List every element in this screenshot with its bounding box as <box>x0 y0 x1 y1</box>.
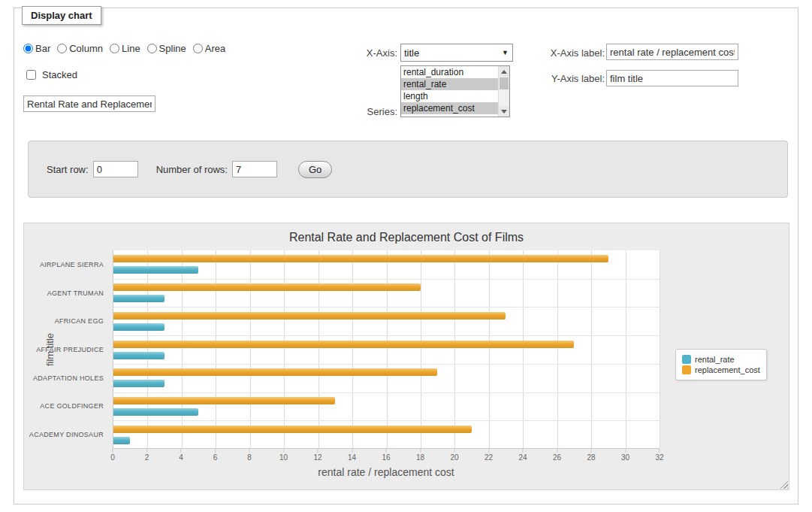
band-separator <box>113 392 660 393</box>
chart-title-input[interactable] <box>23 95 155 112</box>
tick-label: 30 <box>621 453 629 462</box>
grid-line <box>182 250 183 448</box>
tick-mark <box>557 449 557 453</box>
column-radio[interactable] <box>57 44 67 53</box>
bar-radio[interactable] <box>23 44 33 53</box>
tick-mark <box>113 449 113 453</box>
grid-line <box>216 250 216 448</box>
tick-label: 8 <box>247 453 252 462</box>
band-separator <box>113 279 660 280</box>
band-separator <box>113 420 660 421</box>
chart-legend: rental_ratereplacement_cost <box>675 349 767 380</box>
series-listbox-items: rental_duration rental_rate length repla… <box>401 66 498 117</box>
radio-option-spline[interactable]: Spline <box>147 43 186 54</box>
go-button[interactable]: Go <box>298 161 332 178</box>
start-row-label: Start row: <box>47 164 89 175</box>
axis-tick: 24 <box>518 449 527 462</box>
bar-rental_rate[interactable] <box>113 323 165 331</box>
legend-label: rental_rate <box>695 355 735 364</box>
axis-tick: 6 <box>213 449 218 462</box>
tick-label: 12 <box>313 453 321 462</box>
axis-tick: 2 <box>145 449 149 462</box>
axis-tick: 20 <box>450 449 458 462</box>
tick-mark <box>523 449 524 453</box>
radio-option-line[interactable]: Line <box>110 43 140 54</box>
bar-replacement_cost[interactable] <box>113 397 335 404</box>
tick-label: 20 <box>450 453 458 462</box>
tick-mark <box>625 449 626 453</box>
tick-label: 18 <box>416 453 424 462</box>
grid-line <box>352 250 353 448</box>
bar-rental_rate[interactable] <box>113 437 130 444</box>
bar-replacement_cost[interactable] <box>113 426 472 433</box>
legend-item-rental_rate[interactable]: rental_rate <box>682 355 760 364</box>
x-axis-select-label: X-Axis: <box>330 47 397 59</box>
tick-label: 26 <box>553 453 561 462</box>
tick-mark <box>386 449 387 453</box>
stacked-checkbox-row[interactable]: Stacked <box>23 68 77 82</box>
row-controls-panel: Start row: Number of rows: Go <box>28 141 788 198</box>
tick-label: 10 <box>279 453 288 462</box>
bar-replacement_cost[interactable] <box>113 255 608 262</box>
chart-container: Rental Rate and Replacement Cost of Film… <box>23 223 789 490</box>
legend-item-replacement_cost[interactable]: replacement_cost <box>682 365 760 374</box>
bar-rental_rate[interactable] <box>113 266 198 274</box>
radio-option-bar[interactable]: Bar <box>23 43 50 54</box>
resize-handle[interactable] <box>778 479 788 489</box>
number-of-rows-input[interactable] <box>232 161 277 177</box>
series-option-length[interactable]: length <box>401 90 498 102</box>
band-separator <box>113 364 660 365</box>
radio-label-spline: Spline <box>159 43 186 54</box>
category-label: AFRICAN EGG <box>55 317 104 325</box>
chart-type-radio-group: Bar Column Line Spline Area <box>23 43 225 54</box>
axis-tick: 16 <box>382 449 390 462</box>
grid-line <box>591 250 592 448</box>
line-radio[interactable] <box>110 44 119 53</box>
grid-line <box>387 250 388 448</box>
series-listbox[interactable]: rental_duration rental_rate length repla… <box>400 65 510 117</box>
grid-line <box>250 250 251 448</box>
series-option-rental-rate[interactable]: rental_rate <box>401 78 498 90</box>
spline-radio[interactable] <box>147 44 157 53</box>
radio-option-area[interactable]: Area <box>193 43 225 54</box>
scroll-down-button[interactable] <box>499 106 509 117</box>
bar-rental_rate[interactable] <box>113 352 165 359</box>
bar-rental_rate[interactable] <box>113 295 165 302</box>
tick-mark <box>420 449 421 453</box>
tick-mark <box>181 449 182 453</box>
stacked-checkbox[interactable] <box>26 70 36 80</box>
legend-swatch <box>682 365 691 374</box>
y-axis-label-input[interactable] <box>606 70 738 86</box>
series-option-rental-duration[interactable]: rental_duration <box>401 66 498 78</box>
y-axis-label-caption: Y-Axis label: <box>495 73 605 84</box>
bar-replacement_cost[interactable] <box>113 312 506 320</box>
tick-label: 32 <box>655 453 663 462</box>
page: Display chart Bar Column Line Spline Are… <box>0 0 812 512</box>
chart-title: Rental Rate and Replacement Cost of Film… <box>24 231 789 244</box>
series-option-replacement-cost[interactable]: replacement_cost <box>401 102 498 114</box>
radio-option-column[interactable]: Column <box>57 43 103 54</box>
tick-mark <box>488 449 489 453</box>
tick-mark <box>591 449 592 453</box>
axis-tick: 30 <box>621 449 629 462</box>
tick-label: 0 <box>110 453 115 462</box>
grid-line <box>626 250 626 448</box>
area-radio[interactable] <box>193 44 203 53</box>
x-axis-label-input[interactable] <box>606 44 738 60</box>
grid-line <box>454 250 455 448</box>
bar-replacement_cost[interactable] <box>113 283 421 291</box>
grid-line <box>421 250 421 448</box>
start-row-input[interactable] <box>93 161 138 177</box>
radio-label-area: Area <box>205 43 225 54</box>
bar-rental_rate[interactable] <box>113 380 165 387</box>
x-axis-select-value: title <box>404 47 502 59</box>
bar-rental_rate[interactable] <box>113 408 198 416</box>
bar-replacement_cost[interactable] <box>113 341 574 348</box>
tick-label: 22 <box>484 453 493 462</box>
category-labels: AIRPLANE SIERRAAGENT TRUMANAFRICAN EGGAF… <box>24 250 108 449</box>
axis-tick: 14 <box>348 449 356 462</box>
tick-label: 6 <box>213 453 218 462</box>
tick-mark <box>454 449 455 453</box>
scroll-down-icon <box>501 110 507 114</box>
bar-replacement_cost[interactable] <box>113 368 437 376</box>
